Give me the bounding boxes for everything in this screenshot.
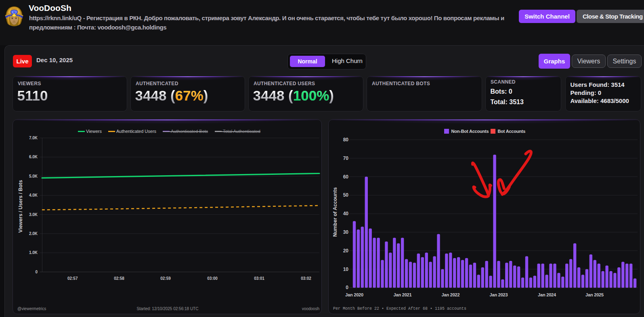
svg-text:60: 60 <box>343 174 349 180</box>
svg-text:03:02: 03:02 <box>301 276 311 281</box>
svg-text:Jan 2020: Jan 2020 <box>345 292 363 297</box>
svg-text:Started: 12/10/2025 02:56:18 U: Started: 12/10/2025 02:56:18 UTC <box>137 307 199 311</box>
svg-text:Jan 2025: Jan 2025 <box>585 292 604 297</box>
svg-text:Number of Accounts: Number of Accounts <box>332 187 338 237</box>
svg-text:10: 10 <box>343 267 349 272</box>
svg-text:Viewers / Users / Bots: Viewers / Users / Bots <box>18 180 23 233</box>
svg-text:20: 20 <box>343 248 349 254</box>
svg-text:Per Month Before 22 • Expected: Per Month Before 22 • Expected After 68 … <box>333 307 466 311</box>
svg-text:7.0K: 7.0K <box>29 136 38 140</box>
svg-text:30: 30 <box>343 229 349 235</box>
svg-text:3.0K: 3.0K <box>29 212 38 217</box>
svg-text:4.0K: 4.0K <box>29 193 38 197</box>
svg-text:02:57: 02:57 <box>67 276 78 281</box>
svg-text:1.0K: 1.0K <box>29 250 38 255</box>
svg-text:Jan 2021: Jan 2021 <box>394 292 412 297</box>
svg-text:03:00: 03:00 <box>207 276 218 281</box>
svg-text:02:59: 02:59 <box>160 276 171 281</box>
svg-text:Jan 2022: Jan 2022 <box>442 292 460 297</box>
svg-text:2.0K: 2.0K <box>29 231 38 236</box>
svg-text:voodoosh: voodoosh <box>302 307 319 311</box>
svg-text:0: 0 <box>35 270 38 274</box>
svg-text:70: 70 <box>343 155 349 161</box>
svg-text:5.0K: 5.0K <box>29 174 38 178</box>
svg-text:@viewermetrics: @viewermetrics <box>17 307 46 311</box>
svg-text:6.0K: 6.0K <box>29 155 38 159</box>
svg-text:50: 50 <box>343 192 349 198</box>
svg-text:0: 0 <box>346 285 348 290</box>
svg-text:03:01: 03:01 <box>254 276 264 281</box>
svg-text:Jan 2024: Jan 2024 <box>538 292 556 297</box>
svg-text:Jan 2023: Jan 2023 <box>490 292 508 297</box>
svg-text:80: 80 <box>343 137 349 143</box>
svg-text:40: 40 <box>343 211 349 216</box>
svg-text:02:58: 02:58 <box>114 276 124 281</box>
